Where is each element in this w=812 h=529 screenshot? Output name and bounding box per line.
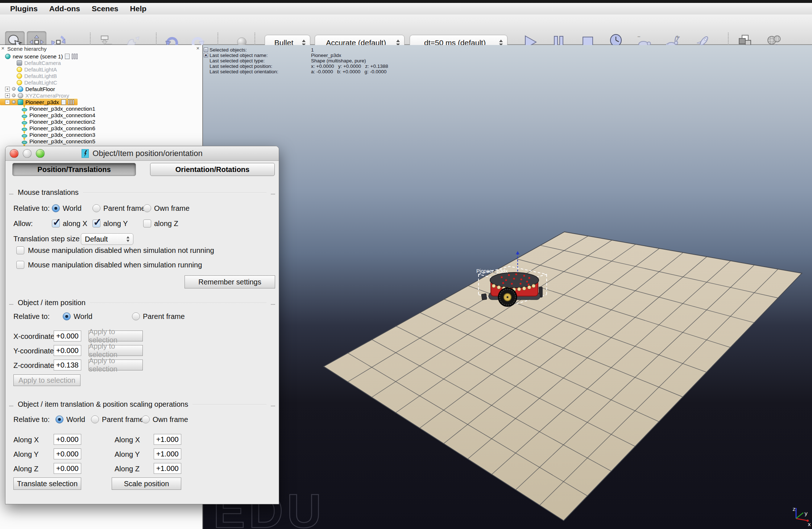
translate-selection-button[interactable]: Translate selection: [13, 477, 81, 490]
tree-item-label: XYZCameraProxy: [25, 93, 69, 99]
checkbox-along-z[interactable]: [143, 220, 151, 227]
checkbox-along-y-label: along Y: [103, 220, 128, 228]
joint-icon: [22, 112, 27, 118]
relative-to-label: Relative to:: [13, 312, 50, 321]
tree-row[interactable]: + DefaultFloor: [0, 86, 59, 92]
status-label: Last selected object orientation:: [210, 69, 278, 74]
dynamic-icon: [12, 87, 16, 91]
status-value: Pioneer_p3dx: [311, 53, 341, 58]
y-coordinate-field[interactable]: [54, 345, 81, 356]
tree-row[interactable]: Pioneer_p3dx_connection4: [0, 112, 99, 118]
status-label: Last selected object position:: [210, 63, 272, 69]
apply-x-button[interactable]: Apply to selection: [88, 331, 143, 341]
status-value: x: +0.0000 y: +0.0000 z: +0.1388: [311, 63, 388, 69]
toolbar: Bullet Accurate (default) dt=50 ms (defa…: [0, 15, 812, 45]
tree-item-label: Pioneer_p3dx_connection1: [29, 106, 95, 112]
tree-item-label: DefaultFloor: [25, 86, 55, 92]
along-y-label: Along Y: [13, 450, 39, 459]
checkbox-along-y[interactable]: [92, 220, 100, 227]
joint-icon: [22, 119, 27, 124]
checkbox-manip-running[interactable]: [16, 261, 24, 269]
radio-own-frame[interactable]: [142, 415, 150, 423]
radio-parent-frame[interactable]: [91, 415, 99, 423]
translate-along-y-field[interactable]: [54, 448, 81, 459]
apply-y-button[interactable]: Apply to selection: [88, 345, 143, 356]
translation-step-select[interactable]: Default: [81, 233, 133, 245]
tree-row[interactable]: Pioneer_p3dx_connection3: [0, 131, 99, 138]
tree-row[interactable]: Pioneer_p3dx_connection2: [0, 118, 99, 125]
menu-plugins[interactable]: Plugins: [4, 4, 44, 13]
close-icon[interactable]: ×: [0, 45, 6, 51]
layers-icon[interactable]: [72, 54, 78, 59]
z-coordinate-field[interactable]: [54, 360, 81, 370]
radio-own-frame[interactable]: [143, 204, 151, 212]
scale-along-z-label: Along Z: [115, 465, 140, 473]
tree-row[interactable]: DefaultLightB: [0, 73, 61, 79]
close-traffic-light[interactable]: [10, 149, 18, 158]
dialog-titlebar[interactable]: Object/Item position/orientation: [5, 146, 279, 161]
translation-step-label: Translation step size: [13, 235, 80, 243]
tree-row[interactable]: DefaultLightC: [0, 79, 61, 86]
radio-parent-frame-label: Parent frame: [103, 204, 145, 213]
radio-world[interactable]: [55, 415, 63, 423]
along-x-label: Along X: [13, 436, 39, 444]
radio-parent-frame[interactable]: [132, 312, 140, 320]
radio-parent-frame-label: Parent frame: [143, 312, 185, 321]
tree-row-selected[interactable]: − Pioneer_p3dx: [0, 99, 78, 105]
collapse-icon[interactable]: −: [5, 100, 10, 104]
x-coordinate-field[interactable]: [54, 331, 81, 341]
tab-position-translations[interactable]: Position/Translations: [12, 163, 136, 176]
tree-item-label: DefaultCamera: [24, 60, 61, 66]
tree-row[interactable]: Pioneer_p3dx_connection1: [0, 105, 99, 112]
status-value: a: -0.0000 b: +0.0000 g: -0.0000: [311, 69, 386, 74]
scale-along-z-field[interactable]: [154, 463, 181, 474]
tree-row[interactable]: Pioneer_p3dx_connection5: [0, 138, 99, 144]
radio-parent-frame[interactable]: [92, 204, 100, 212]
scale-along-y-field[interactable]: [154, 448, 181, 459]
tree-item-label: Pioneer_p3dx_connection2: [29, 119, 95, 125]
radio-world[interactable]: [52, 204, 60, 212]
radio-world[interactable]: [63, 312, 71, 320]
viewport-3d[interactable]: EDU: [203, 45, 812, 529]
translate-along-x-field[interactable]: [54, 434, 81, 445]
tab-orientation-rotations[interactable]: Orientation/Rotations: [150, 163, 275, 176]
expand-icon[interactable]: +: [5, 87, 10, 91]
tree-row[interactable]: + XYZCameraProxy: [0, 92, 73, 99]
menu-addons[interactable]: Add-ons: [44, 4, 86, 13]
translate-along-z-field[interactable]: [54, 463, 81, 474]
overlay-minimize-icon[interactable]: –: [204, 48, 208, 52]
tree-row[interactable]: DefaultLightA: [0, 66, 61, 73]
light-icon: [17, 67, 22, 72]
checkbox-manip-not-running-label: Mouse manipulation disabled when simulat…: [28, 246, 214, 255]
script-icon[interactable]: [61, 99, 66, 105]
tree-row[interactable]: DefaultCamera: [0, 60, 65, 66]
overlay-square-icon[interactable]: ■: [204, 53, 208, 57]
section-scaling-operations: Object / item translation & position sca…: [9, 400, 275, 409]
menu-help[interactable]: Help: [124, 4, 153, 13]
layers-icon[interactable]: [68, 99, 74, 105]
relative-to-label: Relative to:: [13, 415, 50, 424]
tree-row-scene[interactable]: new scene (scene 1): [0, 53, 81, 60]
tree-item-label: Pioneer_p3dx_connection6: [29, 125, 95, 131]
pioneer-robot[interactable]: Pioneer_p3dx: [471, 251, 551, 331]
tree-row[interactable]: Pioneer_p3dx_connection6: [0, 125, 99, 131]
tree-item-label: Pioneer_p3dx: [25, 99, 59, 105]
zoom-traffic-light[interactable]: [36, 149, 45, 158]
script-icon[interactable]: [65, 54, 70, 59]
checkbox-manip-not-running[interactable]: [16, 246, 24, 254]
checkbox-along-x-label: along X: [63, 220, 87, 228]
robot-label: Pioneer_p3dx: [476, 268, 508, 274]
apply-to-selection-button[interactable]: Apply to selection: [13, 374, 80, 386]
scale-position-button[interactable]: Scale position: [112, 477, 181, 490]
apply-z-button[interactable]: Apply to selection: [88, 360, 143, 370]
camera-icon: [17, 60, 22, 66]
remember-settings-button[interactable]: Remember settings: [185, 275, 275, 288]
scale-along-x-field[interactable]: [154, 434, 181, 445]
checkbox-along-x[interactable]: [52, 220, 60, 227]
svg-text:−: −: [637, 34, 641, 40]
close-icon[interactable]: ×: [195, 45, 201, 51]
minimize-traffic-light[interactable]: [23, 149, 32, 158]
expand-icon[interactable]: +: [5, 93, 10, 98]
axis-triad: z y x: [782, 506, 812, 529]
menu-scenes[interactable]: Scenes: [86, 4, 124, 13]
